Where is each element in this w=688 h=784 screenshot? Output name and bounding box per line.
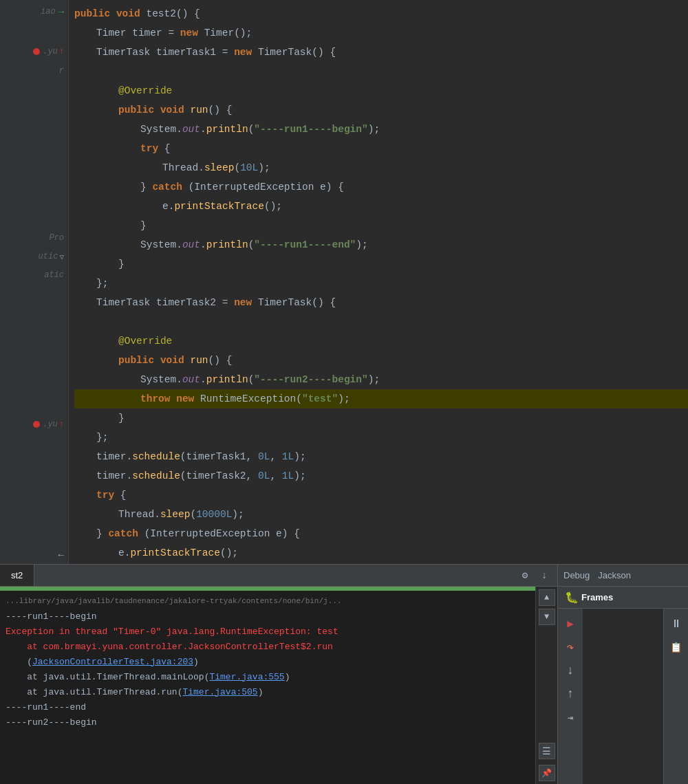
code-text: System xyxy=(140,120,176,139)
number-literal: 1L xyxy=(282,447,294,466)
frames-content xyxy=(583,609,663,784)
code-line: } xyxy=(74,409,688,428)
stack-trace-link[interactable]: JacksonControllerTest.java:203 xyxy=(32,657,193,667)
code-text: Timer xyxy=(96,23,132,43)
code-text: ); xyxy=(258,158,270,177)
code-text: ); xyxy=(294,466,305,486)
code-content: public void test2() { Timer timer = new … xyxy=(69,0,688,564)
bottom-panel: st2 ⚙ ↓ Debug Jackson ...library/java/ja… xyxy=(0,564,688,784)
gutter-label: .yu xyxy=(43,47,58,56)
debug-tab-label[interactable]: Debug xyxy=(563,570,590,580)
arrow-left-icon[interactable]: ← xyxy=(58,549,64,560)
scroll-down-icon[interactable]: ↓ xyxy=(537,568,552,583)
gutter-row: atic xyxy=(0,266,68,285)
scroll-down-button[interactable]: ▼ xyxy=(539,609,555,625)
tab-label: st2 xyxy=(11,570,23,580)
code-text: schedule xyxy=(132,447,180,466)
gutter-row xyxy=(0,527,68,545)
code-text: ( xyxy=(248,235,255,254)
keyword: new xyxy=(180,23,204,43)
code-line: TimerTask timerTask2 = new TimerTask() { xyxy=(74,293,688,312)
code-text: ); xyxy=(232,505,244,524)
evaluate-button[interactable]: 📋 xyxy=(667,638,686,657)
code-line: try { xyxy=(74,139,688,158)
console-line: (JacksonControllerTest.java:203) xyxy=(6,654,530,669)
code-line: } catch (InterruptedException e) { xyxy=(74,524,688,543)
code-text: () { xyxy=(312,43,336,62)
gutter-label: atic xyxy=(44,270,64,280)
code-line: public void run() { xyxy=(74,351,688,370)
jackson-tab-label[interactable]: Jackson xyxy=(598,570,631,580)
keyword: catch xyxy=(152,177,188,197)
keyword: void xyxy=(160,351,191,370)
code-line: Timer timer = new Timer(); xyxy=(74,23,688,43)
keyword: new xyxy=(234,43,258,62)
gutter-row xyxy=(0,359,68,378)
code-text: ); xyxy=(368,120,380,139)
code-line: @Override xyxy=(74,331,688,351)
filter-button[interactable]: ☰ xyxy=(539,743,555,759)
code-text: } xyxy=(140,177,152,197)
code-text: run xyxy=(190,100,208,120)
debug-side-icons: ⏸ 📋 xyxy=(663,609,688,784)
code-line: System.out.println("----run2----begin"); xyxy=(74,370,688,389)
tab-st2[interactable]: st2 xyxy=(0,565,34,586)
code-text: sleep xyxy=(204,158,235,177)
code-text: InterruptedException xyxy=(150,524,270,543)
code-line: public void run() { xyxy=(74,100,688,120)
gutter-row xyxy=(0,210,68,229)
gutter-row xyxy=(0,117,68,135)
keyword: catch xyxy=(108,524,144,543)
code-text: } xyxy=(118,254,125,274)
code-text: out xyxy=(182,120,200,139)
code-text: (timerTask1, xyxy=(180,447,258,466)
console-output: ...library/java/javalib/taudnenance/jaka… xyxy=(0,591,535,784)
code-line: public void test2() { xyxy=(74,4,688,23)
code-text: e) { xyxy=(270,524,300,543)
code-text: ( xyxy=(234,158,240,177)
keyword: new xyxy=(234,293,258,312)
gutter-row xyxy=(0,508,68,527)
step-out-button[interactable]: ↑ xyxy=(561,684,580,704)
code-text: (); xyxy=(220,543,238,563)
bottom-tab-bar: st2 ⚙ ↓ Debug Jackson xyxy=(0,565,688,587)
code-text: ( xyxy=(189,177,195,197)
string-literal: "----run1----end" xyxy=(254,235,356,254)
gutter-row xyxy=(0,490,68,508)
code-text: e. xyxy=(162,197,174,216)
gutter-row xyxy=(0,434,68,453)
number-literal: 1L xyxy=(282,466,294,486)
annotation: @Override xyxy=(118,331,172,351)
gutter-row: iao → xyxy=(0,0,68,24)
code-text: () { xyxy=(208,100,233,120)
pause-button[interactable]: ⏸ xyxy=(667,614,686,633)
stack-trace-link[interactable]: Timer.java:505 xyxy=(182,687,257,697)
gutter-row xyxy=(0,80,68,98)
code-text: (); xyxy=(264,197,282,216)
step-over-button[interactable]: ↷ xyxy=(561,638,580,657)
stack-trace-link[interactable]: Timer.java:555 xyxy=(209,672,284,682)
gutter-label: Pro xyxy=(49,233,64,243)
resume-button[interactable]: ▶ xyxy=(561,614,580,633)
gutter-row: r xyxy=(0,61,68,80)
run-to-cursor-button[interactable]: ⇥ xyxy=(561,708,580,727)
keyword: public xyxy=(74,4,116,23)
pin-button[interactable]: 📌 xyxy=(539,765,555,781)
code-text: InterruptedException xyxy=(194,177,314,197)
code-text: RuntimeException xyxy=(200,389,296,409)
code-text: Thread xyxy=(162,158,198,177)
step-into-button[interactable]: ↓ xyxy=(561,661,580,680)
console-scroll-buttons: ▲ ▼ ☰ 📌 xyxy=(535,587,557,784)
gutter-row: utic ▽ xyxy=(0,248,68,266)
code-text: Timer xyxy=(204,23,235,43)
debug-action-icons: ▶ ↷ ↓ ↑ ⇥ xyxy=(558,609,583,784)
code-line: e.printStackTrace(); xyxy=(74,197,688,216)
console-line-error: Exception in thread "Timer-0" java.lang.… xyxy=(6,624,530,639)
debug-tab-frames[interactable]: 🐛 Frames xyxy=(558,587,620,608)
code-text: . xyxy=(176,370,182,389)
console-line: ----run1----begin xyxy=(6,609,530,624)
keyword: void xyxy=(116,4,147,23)
settings-icon[interactable]: ⚙ xyxy=(517,568,533,583)
code-text: timer = xyxy=(132,23,180,43)
scroll-up-button[interactable]: ▲ xyxy=(539,589,555,606)
